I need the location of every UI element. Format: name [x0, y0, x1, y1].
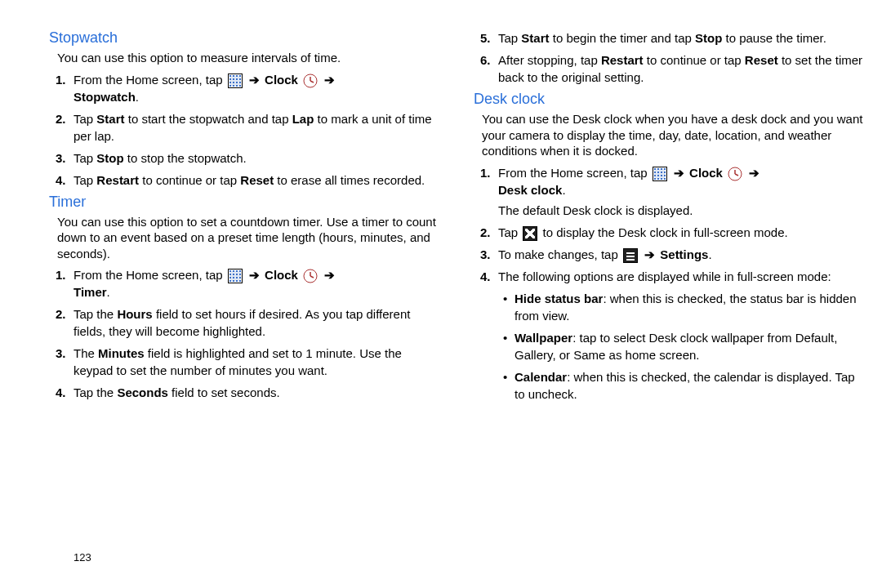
page-number: 123 — [74, 551, 91, 564]
list-item: Tap Start to begin the timer and tap Sto… — [498, 29, 866, 47]
stopwatch-steps: From the Home screen, tap ➔ Clock ➔ Stop… — [49, 71, 441, 189]
list-item: From the Home screen, tap ➔ Clock ➔ Stop… — [74, 71, 441, 105]
timer-heading: Timer — [49, 194, 441, 211]
right-column: Tap Start to begin the timer and tap Sto… — [457, 24, 866, 572]
deskclock-options: Hide status bar: when this is checked, t… — [498, 290, 866, 403]
manual-page: Stopwatch You can use this option to mea… — [0, 0, 882, 588]
list-item: Tap Stop to stop the stopwatch. — [74, 149, 441, 167]
svg-line-2 — [310, 81, 314, 82]
arrow-icon: ➔ — [747, 166, 761, 180]
apps-icon — [228, 74, 243, 88]
list-item: Tap the Hours field to set hours if desi… — [74, 305, 441, 340]
list-item: After stopping, tap Restart to continue … — [498, 51, 866, 86]
timer-steps-continued: Tap Start to begin the timer and tap Sto… — [474, 29, 866, 86]
deskclock-intro: You can use the Desk clock when you have… — [482, 111, 866, 159]
arrow-icon: ➔ — [247, 268, 261, 282]
stopwatch-intro: You can use this option to measure inter… — [57, 50, 441, 66]
apps-icon — [653, 167, 667, 181]
expand-icon — [523, 226, 537, 241]
timer-steps: From the Home screen, tap ➔ Clock ➔ Time… — [49, 266, 441, 401]
arrow-icon: ➔ — [323, 268, 336, 282]
list-item: The following options are displayed whil… — [498, 268, 866, 403]
clock-icon — [303, 269, 318, 283]
list-item: Hide status bar: when this is checked, t… — [514, 290, 866, 324]
svg-line-8 — [735, 174, 738, 176]
apps-icon — [228, 269, 243, 283]
list-item: Tap the Seconds field to set seconds. — [74, 384, 441, 401]
list-item: To make changes, tap ➔ Settings. — [498, 246, 866, 263]
list-item: Tap Restart to continue or tap Reset to … — [74, 172, 441, 189]
list-item: Wallpaper: tap to select Desk clock wall… — [514, 329, 866, 363]
deskclock-heading: Desk clock — [474, 91, 866, 108]
svg-line-5 — [310, 276, 314, 278]
arrow-icon: ➔ — [323, 73, 336, 87]
list-item: From the Home screen, tap ➔ Clock ➔ Time… — [74, 266, 441, 301]
clock-icon — [303, 74, 318, 88]
left-column: Stopwatch You can use this option to mea… — [49, 24, 457, 572]
list-item: Calendar: when this is checked, the cale… — [514, 368, 866, 403]
list-item: From the Home screen, tap ➔ Clock ➔ Desk… — [498, 164, 866, 219]
arrow-icon: ➔ — [672, 166, 686, 180]
list-item: The Minutes field is highlighted and set… — [74, 345, 441, 379]
stopwatch-heading: Stopwatch — [49, 29, 441, 47]
clock-icon — [728, 167, 742, 181]
arrow-icon: ➔ — [643, 247, 657, 261]
arrow-icon: ➔ — [247, 73, 261, 87]
timer-intro: You can use this option to set a countdo… — [57, 214, 441, 262]
list-item: Tap Start to start the stopwatch and tap… — [74, 110, 441, 145]
list-item: Tap to display the Desk clock in full-sc… — [498, 224, 866, 241]
menu-icon — [623, 248, 638, 263]
deskclock-steps: From the Home screen, tap ➔ Clock ➔ Desk… — [474, 164, 866, 403]
